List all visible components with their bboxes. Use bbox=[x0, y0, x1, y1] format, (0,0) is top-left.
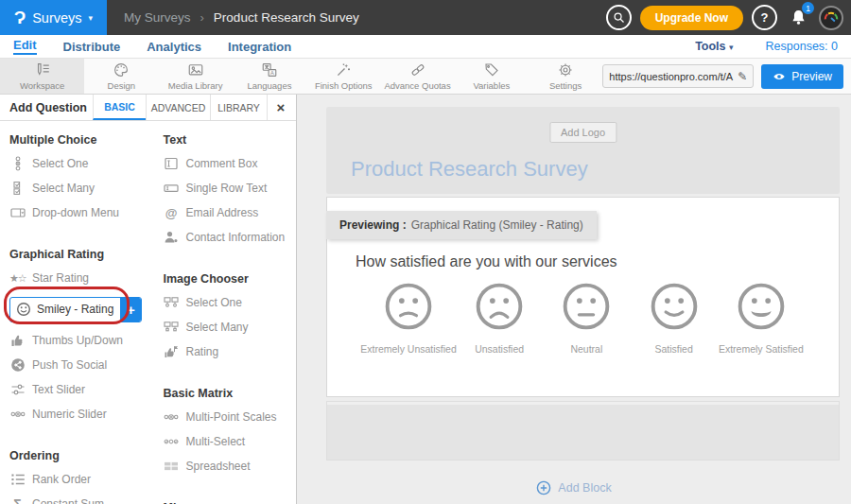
qtype-smiley-rating[interactable]: Smiley - Rating + bbox=[9, 297, 142, 322]
qtype-text-slider[interactable]: Text Slider bbox=[9, 377, 147, 402]
smiley-option-neutral[interactable]: Neutral bbox=[543, 281, 630, 355]
multi-point-icon bbox=[9, 407, 26, 422]
qtype-dropdown-menu[interactable]: Drop-down Menu bbox=[9, 200, 147, 225]
smiley-option-unsatisfied[interactable]: Unsatisfied bbox=[456, 281, 543, 355]
toolbar-finish-options[interactable]: Finish Options bbox=[306, 59, 380, 94]
qtype-thumbs-up-down[interactable]: Thumbs Up/Down bbox=[9, 328, 147, 353]
breadcrumb: My Surveys › Product Research Survey bbox=[124, 10, 359, 25]
preview-button[interactable]: Preview bbox=[761, 64, 843, 89]
tag-icon bbox=[483, 61, 500, 78]
tab-library[interactable]: LIBRARY bbox=[210, 95, 267, 120]
tab-advanced[interactable]: ADVANCED bbox=[146, 95, 210, 120]
checkbox-stack-icon bbox=[9, 181, 26, 196]
qtype-push-to-social[interactable]: Push To Social bbox=[9, 353, 147, 377]
qtype-comment-box[interactable]: Comment Box bbox=[164, 151, 297, 176]
check-circles-icon bbox=[164, 434, 180, 449]
section-basic-matrix: Basic Matrix bbox=[164, 387, 297, 400]
at-sign-icon: @ bbox=[164, 206, 180, 220]
person-icon bbox=[164, 230, 180, 245]
survey-toolbar: Workspace Design Media Library Languages… bbox=[0, 59, 851, 95]
multi-point-icon bbox=[164, 409, 180, 425]
chevron-down-icon: ▾ bbox=[89, 13, 94, 23]
qtype-email-address[interactable]: @ Email Address bbox=[164, 200, 297, 225]
toolbar-languages[interactable]: Languages bbox=[233, 59, 306, 94]
share-icon bbox=[9, 357, 26, 373]
sigma-icon: Σ bbox=[9, 496, 26, 504]
image-radio-icon bbox=[164, 295, 180, 310]
toolbar-advance-quotas[interactable]: Advance Quotas bbox=[380, 59, 454, 94]
survey-url-input[interactable] bbox=[609, 71, 734, 82]
toolbar-design[interactable]: Design bbox=[84, 59, 158, 94]
breadcrumb-parent[interactable]: My Surveys bbox=[124, 10, 191, 25]
tab-basic[interactable]: BASIC bbox=[93, 95, 146, 120]
qtype-image-rating[interactable]: Rating bbox=[164, 339, 297, 364]
thumb-flag-icon bbox=[164, 344, 180, 359]
qtype-image-select-one[interactable]: Select One bbox=[164, 290, 297, 315]
toolbar-variables[interactable]: Variables bbox=[455, 59, 529, 94]
nav-tab-distribute[interactable]: Distribute bbox=[63, 40, 121, 54]
section-graphical-rating: Graphical Rating bbox=[9, 248, 147, 261]
qtype-image-select-many[interactable]: Select Many bbox=[164, 315, 297, 339]
qtype-multi-select[interactable]: Multi-Select bbox=[164, 429, 297, 454]
panel-title: Add Question bbox=[0, 95, 93, 120]
account-avatar[interactable] bbox=[819, 6, 843, 30]
survey-url-field[interactable]: ✎ bbox=[602, 64, 754, 88]
smiley-option-extremely-satisfied[interactable]: Extremely Satisfied bbox=[718, 281, 805, 355]
qtype-contact-information[interactable]: Contact Information bbox=[164, 225, 297, 250]
notifications-button[interactable]: 1 bbox=[786, 5, 810, 30]
upgrade-now-button[interactable]: Upgrade Now bbox=[640, 6, 743, 30]
question-text[interactable]: How satisfied are you with our services bbox=[356, 253, 617, 270]
qtype-select-one[interactable]: Select One bbox=[9, 151, 147, 176]
slight-frown-face-icon bbox=[383, 281, 434, 332]
nav-tab-integration[interactable]: Integration bbox=[228, 40, 291, 54]
qtype-select-many[interactable]: Select Many bbox=[9, 176, 147, 200]
smiley-scale: Extremely Unsatisfied Unsatisfied Neutra… bbox=[327, 281, 839, 355]
qtype-numeric-slider[interactable]: Numeric Slider bbox=[9, 402, 147, 426]
qtype-single-row-text[interactable]: Single Row Text bbox=[164, 176, 297, 200]
section-text: Text bbox=[164, 133, 297, 147]
comment-box-icon bbox=[164, 156, 180, 171]
gear-icon bbox=[557, 61, 574, 78]
close-panel-button[interactable]: × bbox=[267, 95, 294, 120]
add-block-button[interactable]: Add Block bbox=[297, 480, 851, 495]
smiley-option-satisfied[interactable]: Satisfied bbox=[631, 281, 718, 355]
qtype-rank-order[interactable]: Rank Order bbox=[9, 467, 147, 492]
breadcrumb-current: Product Research Survey bbox=[214, 10, 359, 25]
qtype-star-rating[interactable]: ★☆ Star Rating bbox=[9, 266, 147, 290]
help-button[interactable]: ? bbox=[752, 5, 777, 30]
question-mark-icon: ? bbox=[761, 10, 769, 25]
qtype-spreadsheet[interactable]: Spreadsheet bbox=[164, 454, 297, 478]
eye-icon bbox=[773, 70, 786, 83]
translate-icon bbox=[261, 61, 278, 78]
big-smile-face-icon bbox=[736, 281, 787, 332]
tools-menu[interactable]: Tools ▾ bbox=[695, 40, 733, 53]
add-logo-button[interactable]: Add Logo bbox=[549, 122, 617, 143]
nav-tab-edit[interactable]: Edit bbox=[13, 38, 37, 55]
notification-badge: 1 bbox=[802, 2, 814, 14]
search-button[interactable] bbox=[606, 5, 632, 30]
image-icon bbox=[187, 61, 204, 78]
grid-icon bbox=[164, 459, 180, 474]
search-icon bbox=[612, 10, 626, 25]
toolbar-workspace[interactable]: Workspace bbox=[0, 59, 84, 94]
product-menu[interactable]: Ɂ Surveys ▾ bbox=[0, 0, 107, 35]
qtype-constant-sum[interactable]: Σ Constant Sum bbox=[9, 492, 147, 504]
dropdown-icon bbox=[9, 205, 26, 220]
survey-title[interactable]: Product Research Survey bbox=[351, 157, 588, 182]
section-multiple-choice: Multiple Choice bbox=[9, 133, 147, 147]
add-question-plus-button[interactable]: + bbox=[120, 298, 141, 322]
nav-tab-analytics[interactable]: Analytics bbox=[147, 40, 201, 54]
chain-links-icon bbox=[409, 61, 426, 78]
product-menu-label: Surveys bbox=[32, 10, 81, 26]
magic-wand-icon bbox=[335, 61, 352, 78]
toolbar-media-library[interactable]: Media Library bbox=[159, 59, 233, 94]
smiley-icon bbox=[15, 302, 31, 317]
responses-count[interactable]: Responses: 0 bbox=[766, 40, 838, 53]
toolbar-settings[interactable]: Settings bbox=[529, 59, 602, 94]
smiley-option-extremely-unsatisfied[interactable]: Extremely Unsatisfied bbox=[361, 281, 456, 355]
questionpro-logo-icon: Ɂ bbox=[14, 8, 26, 28]
palette-icon bbox=[113, 61, 130, 78]
qtype-multi-point-scales[interactable]: Multi-Point Scales bbox=[164, 405, 297, 429]
edit-pencil-icon[interactable]: ✎ bbox=[738, 70, 747, 83]
qtype-smiley-rating-selected: Smiley - Rating + bbox=[9, 290, 147, 328]
